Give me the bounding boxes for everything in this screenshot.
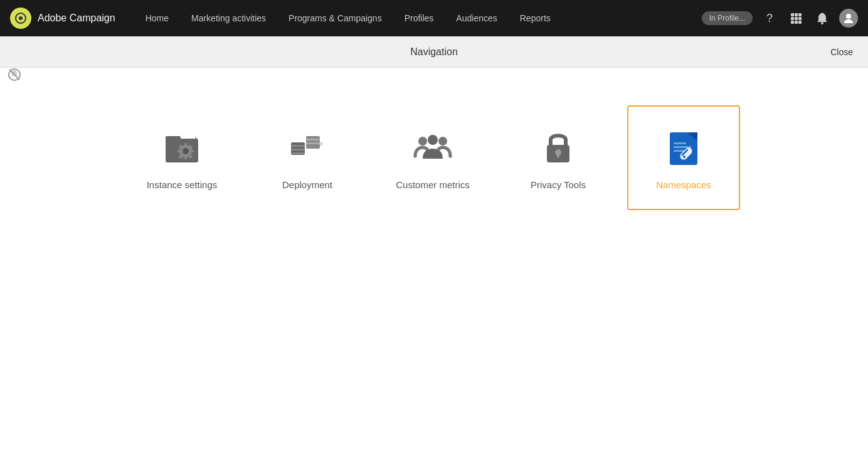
- close-button[interactable]: Close: [830, 47, 853, 57]
- svg-rect-8: [791, 21, 794, 24]
- svg-rect-16: [166, 136, 181, 141]
- help-icon[interactable]: ?: [760, 9, 779, 28]
- nav-item-customer-metrics[interactable]: Customer metrics: [376, 105, 489, 210]
- svg-rect-2: [791, 13, 794, 16]
- app-logo[interactable]: [10, 8, 31, 29]
- top-nav: Adobe Campaign Home Marketing activities…: [0, 0, 868, 36]
- overlay-title: Navigation: [410, 46, 458, 58]
- app-title: Adobe Campaign: [38, 13, 115, 24]
- svg-rect-3: [795, 13, 798, 16]
- notifications-off-icon[interactable]: [8, 68, 21, 82]
- svg-rect-22: [190, 150, 194, 152]
- svg-rect-20: [184, 156, 187, 159]
- svg-rect-44: [674, 142, 686, 144]
- svg-point-1: [19, 16, 23, 20]
- svg-point-36: [418, 137, 427, 146]
- nav-item-deployment[interactable]: › Deployment: [251, 105, 364, 210]
- deployment-label: Deployment: [282, 179, 332, 190]
- nav-profiles[interactable]: Profiles: [393, 0, 445, 36]
- nav-reports[interactable]: Reports: [509, 0, 562, 36]
- svg-rect-9: [795, 21, 798, 24]
- svg-point-12: [846, 14, 851, 19]
- notifications-icon[interactable]: [813, 9, 832, 28]
- svg-point-47: [683, 156, 685, 158]
- svg-text:›: ›: [194, 133, 198, 143]
- svg-rect-34: [306, 142, 320, 144]
- overlay-header: Navigation Close: [0, 36, 868, 68]
- svg-text:›: ›: [320, 138, 323, 148]
- svg-rect-7: [798, 17, 802, 20]
- svg-rect-10: [798, 21, 802, 24]
- deployment-icon: ›: [285, 125, 329, 169]
- logo-area: Adobe Campaign: [10, 8, 115, 29]
- svg-rect-4: [798, 13, 802, 16]
- apps-icon[interactable]: [786, 9, 805, 28]
- svg-point-11: [821, 22, 823, 24]
- svg-point-18: [183, 148, 189, 154]
- user-avatar[interactable]: [839, 9, 858, 28]
- svg-rect-21: [177, 150, 181, 152]
- navigation-overlay: Navigation Close: [0, 36, 868, 451]
- user-pill[interactable]: In Profile...: [702, 11, 753, 25]
- nav-item-namespaces[interactable]: Namespaces: [627, 105, 740, 210]
- svg-point-37: [428, 135, 438, 145]
- svg-rect-30: [291, 149, 305, 151]
- svg-rect-19: [184, 143, 187, 147]
- svg-rect-31: [291, 152, 305, 154]
- svg-rect-29: [291, 145, 305, 147]
- nav-audiences[interactable]: Audiences: [445, 0, 508, 36]
- nav-right: In Profile... ?: [702, 9, 858, 28]
- privacy-tools-icon: [536, 125, 580, 169]
- instance-settings-label: Instance settings: [147, 179, 218, 190]
- namespaces-label: Namespaces: [656, 179, 711, 190]
- main-nav: Home Marketing activities Programs & Cam…: [134, 0, 702, 36]
- svg-rect-6: [795, 17, 798, 20]
- instance-settings-icon: ›: [160, 125, 204, 169]
- customer-metrics-label: Customer metrics: [396, 179, 470, 190]
- nav-grid: › Instance settings ›: [0, 68, 868, 235]
- svg-point-38: [438, 137, 447, 146]
- customer-metrics-icon: [411, 125, 455, 169]
- nav-programs[interactable]: Programs & Campaigns: [277, 0, 393, 36]
- svg-rect-41: [557, 152, 559, 157]
- namespaces-icon: [662, 125, 706, 169]
- nav-item-privacy-tools[interactable]: Privacy Tools: [502, 105, 615, 210]
- privacy-tools-label: Privacy Tools: [531, 179, 586, 190]
- svg-rect-33: [306, 139, 320, 141]
- nav-marketing[interactable]: Marketing activities: [180, 0, 277, 36]
- svg-rect-5: [791, 17, 794, 20]
- nav-item-instance-settings[interactable]: › Instance settings: [125, 105, 238, 210]
- nav-home[interactable]: Home: [134, 0, 180, 36]
